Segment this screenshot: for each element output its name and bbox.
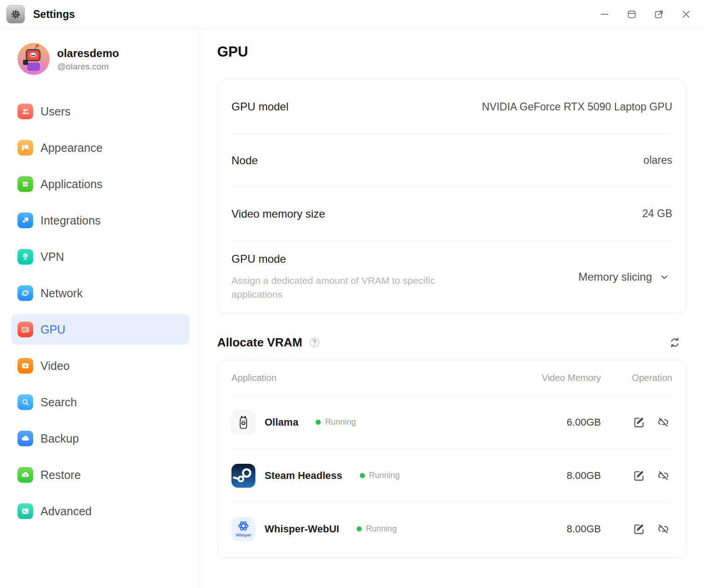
edit-allocation-button[interactable] <box>633 469 645 482</box>
info-row-node: Node olares <box>231 133 672 187</box>
video-memory-label: Video memory size <box>231 208 325 220</box>
refresh-icon <box>669 336 681 349</box>
gpu-mode-dropdown[interactable]: Memory slicing <box>576 270 672 284</box>
settings-app-icon <box>6 5 25 23</box>
window-controls <box>599 8 692 20</box>
unlink-icon <box>657 416 669 428</box>
sidebar-item-appearance[interactable]: Appearance <box>11 133 190 163</box>
user-handle: @olares.com <box>57 62 119 72</box>
status-text: Running <box>325 417 356 427</box>
node-label: Node <box>231 154 258 167</box>
sidebar: olaresdemo @olares.com Users Appearance <box>0 29 199 588</box>
gpu-model-label: GPU model <box>231 100 289 113</box>
sidebar-item-vpn[interactable]: VPN <box>11 242 190 272</box>
column-video-memory: Video Memory <box>532 373 601 383</box>
edit-allocation-button[interactable] <box>633 523 645 535</box>
edit-icon <box>633 469 645 482</box>
status-badge: Running <box>357 524 397 534</box>
table-header: Application Video Memory Operation <box>231 360 672 395</box>
sidebar-item-advanced[interactable]: Advanced <box>11 496 190 526</box>
steam-app-icon <box>231 464 255 488</box>
allocate-vram-header: Allocate VRAM <box>217 335 687 350</box>
edit-icon <box>633 523 645 535</box>
titlebar: Settings <box>0 0 704 29</box>
gpu-model-value: NVIDIA GeForce RTX 5090 Laptop GPU <box>482 101 672 113</box>
page-title: GPU <box>217 44 687 60</box>
backup-icon <box>17 431 33 446</box>
restore-icon <box>17 467 33 483</box>
running-dot <box>360 473 365 478</box>
sidebar-nav: Users Appearance Applications Integratio… <box>11 96 190 526</box>
edit-allocation-button[interactable] <box>633 416 645 428</box>
user-profile: olaresdemo @olares.com <box>17 43 190 75</box>
running-dot <box>357 526 362 531</box>
gear-icon <box>10 8 22 20</box>
node-value: olares <box>643 154 672 167</box>
maximize-button[interactable] <box>626 8 638 20</box>
unlink-button[interactable] <box>657 416 669 428</box>
ollama-app-icon <box>231 410 255 434</box>
info-row-gpu-model: GPU model NVIDIA GeForce RTX 5090 Laptop… <box>231 80 672 133</box>
search-icon <box>17 394 33 410</box>
integrations-icon <box>17 213 33 228</box>
vram-allocation-table: Application Video Memory Operation <box>217 360 687 558</box>
running-dot <box>316 420 321 425</box>
sidebar-item-applications[interactable]: Applications <box>11 169 190 199</box>
main-content: GPU GPU model NVIDIA GeForce RTX 5090 La… <box>199 29 704 588</box>
video-memory-value: 24 GB <box>642 208 672 220</box>
column-application: Application <box>231 373 532 383</box>
maximize-icon <box>626 9 637 20</box>
unlink-button[interactable] <box>657 469 669 482</box>
sidebar-item-users[interactable]: Users <box>11 96 190 127</box>
sidebar-item-integrations[interactable]: Integrations <box>11 205 190 236</box>
edit-icon <box>633 416 645 428</box>
memory-value: 8.00GB <box>532 523 601 535</box>
popout-button[interactable] <box>653 8 665 20</box>
allocate-vram-title: Allocate VRAM <box>217 335 302 350</box>
close-icon <box>681 9 692 20</box>
users-icon <box>17 104 33 119</box>
sidebar-item-gpu[interactable]: GPU <box>11 314 190 345</box>
table-row-steam-headless: Steam Headless Running 8.00GB <box>231 449 672 502</box>
sidebar-item-network[interactable]: Network <box>11 278 190 308</box>
minimize-button[interactable] <box>599 8 611 20</box>
sidebar-item-search[interactable]: Search <box>11 387 190 417</box>
gpu-mode-description: Assign a dedicated amount of VRAM to spe… <box>231 274 448 301</box>
applications-icon <box>17 176 33 192</box>
status-text: Running <box>369 471 400 480</box>
close-button[interactable] <box>680 8 692 20</box>
vpn-icon <box>17 249 33 265</box>
sidebar-item-video[interactable]: Video <box>11 351 190 381</box>
column-operation: Operation <box>601 373 672 383</box>
advanced-icon <box>17 503 33 519</box>
sidebar-item-backup[interactable]: Backup <box>11 423 190 454</box>
gpu-info-card: GPU model NVIDIA GeForce RTX 5090 Laptop… <box>217 80 687 313</box>
info-row-video-memory: Video memory size 24 GB <box>231 187 672 240</box>
app-name: Whisper-WebUI <box>265 523 339 535</box>
gpu-icon <box>17 322 33 337</box>
video-icon <box>17 358 33 374</box>
unlink-icon <box>657 469 669 482</box>
whisper-icon-label: Whisper <box>236 533 251 537</box>
unlink-button[interactable] <box>657 523 669 535</box>
popout-icon <box>653 9 664 20</box>
sidebar-item-restore[interactable]: Restore <box>11 460 190 490</box>
app-name: Steam Headless <box>265 470 342 482</box>
avatar <box>17 43 50 75</box>
minimize-icon <box>599 9 610 20</box>
help-button[interactable] <box>309 337 320 348</box>
status-badge: Running <box>360 471 400 480</box>
status-text: Running <box>366 524 397 534</box>
whisper-app-icon: Whisper <box>231 517 255 541</box>
network-icon <box>17 285 33 301</box>
question-circle-icon <box>309 337 320 348</box>
gpu-mode-selected-value: Memory slicing <box>578 271 652 283</box>
appearance-icon <box>17 140 33 156</box>
table-row-whisper-webui: Whisper Whisper-WebUI Running 8.00GB <box>231 502 672 555</box>
unlink-icon <box>657 523 669 535</box>
info-row-gpu-mode: GPU mode Assign a dedicated amount of VR… <box>231 240 672 313</box>
memory-value: 8.00GB <box>532 470 601 482</box>
app-name: Ollama <box>265 416 298 428</box>
chevron-down-icon <box>659 272 669 282</box>
refresh-button[interactable] <box>669 336 681 349</box>
